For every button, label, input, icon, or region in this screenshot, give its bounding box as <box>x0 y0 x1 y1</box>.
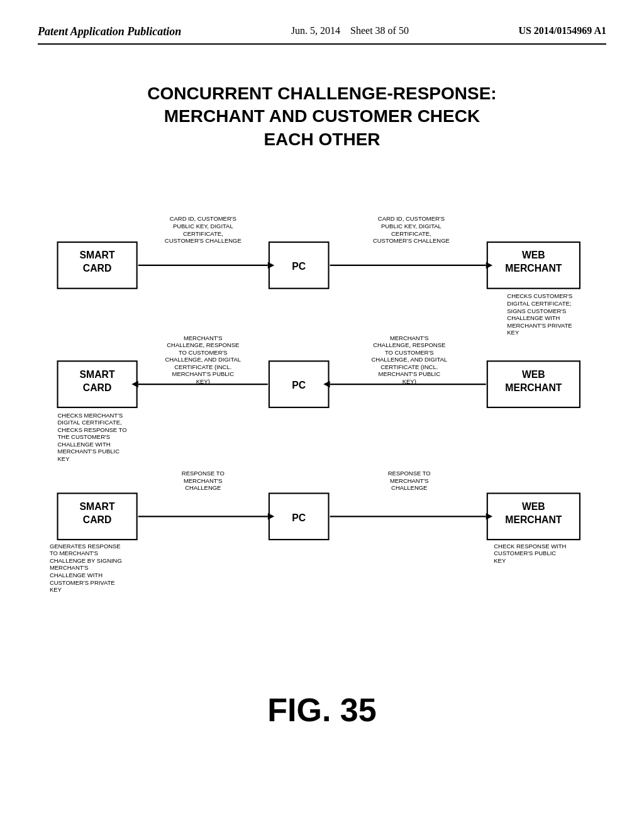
title-section: CONCURRENT CHALLENGE-RESPONSE: MERCHANT … <box>38 82 606 151</box>
smart-card-label-1b: CARD <box>83 263 112 274</box>
header: Patent Application Publication Jun. 5, 2… <box>38 25 606 45</box>
smart-note-3-2: TO MERCHANT'S <box>50 550 98 557</box>
note-row1-right-1: CARD ID, CUSTOMER'S <box>378 216 445 223</box>
web-label-1: WEB <box>522 250 545 261</box>
note-row2-right-6: MERCHANT'S PUBLIC <box>379 371 441 378</box>
web-note-2-5: MERCHANT'S PRIVATE <box>507 322 572 329</box>
note-row3-right-2: MERCHANT'S <box>390 477 429 484</box>
note-row3-left-2: MERCHANT'S <box>184 477 223 484</box>
smart-note-2-3: CHECKS RESPONSE TO <box>58 426 127 433</box>
note-row2-left-5: CERTIFICATE (INCL. <box>174 363 231 370</box>
pc-label-3: PC <box>292 512 306 523</box>
diagram-container: SMART CARD PC WEB MERCHANT CARD ID, CUST… <box>38 176 606 672</box>
smart-card-label-3: SMART <box>80 501 115 512</box>
header-date-sheet: Jun. 5, 2014 Sheet 38 of 50 <box>291 25 409 36</box>
smart-card-label-2: SMART <box>80 369 115 380</box>
note-row2-left-1: MERCHANT'S <box>184 335 223 341</box>
smart-note-2-2: DIGITAL CERTIFICATE, <box>58 419 122 426</box>
smart-note-3-6: CUSTOMER'S PRIVATE <box>50 579 115 586</box>
smart-note-3-7: KEY <box>50 586 62 593</box>
note-row2-left-6: MERCHANT'S PUBLIC <box>172 371 235 378</box>
smart-note-2-5: CHALLENGE WITH <box>58 441 111 448</box>
web-note-2-1: CHECKS CUSTOMER'S <box>507 293 572 300</box>
note-row1-right-3: CERTIFICATE, <box>391 230 431 237</box>
note-row1-left-3: CERTIFICATE, <box>183 230 223 237</box>
note-row1-left-2: PUBLIC KEY, DIGITAL <box>173 223 233 230</box>
note-row2-left-4: CHALLENGE, AND DIGITAL <box>165 357 241 363</box>
note-row2-right-7: KEY) <box>402 378 416 385</box>
note-row3-right-1: RESPONSE TO <box>388 470 431 477</box>
web-label-3: WEB <box>522 501 545 512</box>
note-row2-left-3: TO CUSTOMER'S <box>179 349 228 356</box>
note-row1-left-1: CARD ID, CUSTOMER'S <box>170 216 236 223</box>
smart-note-2-7: KEY <box>58 455 70 462</box>
web-note-3-1: CHECK RESPONSE WITH <box>494 543 566 550</box>
smart-card-label-3b: CARD <box>83 514 112 525</box>
header-sheet: Sheet 38 of 50 <box>350 25 409 36</box>
web-note-3-3: KEY <box>494 557 506 564</box>
web-label-3b: MERCHANT <box>505 514 562 525</box>
figure-label: FIG. 35 <box>38 691 606 729</box>
note-row2-right-4: CHALLENGE, AND DIGITAL <box>371 357 447 363</box>
diagram-title: CONCURRENT CHALLENGE-RESPONSE: MERCHANT … <box>38 82 606 151</box>
web-label-2: WEB <box>522 369 545 380</box>
web-label-2b: MERCHANT <box>505 382 562 393</box>
smart-note-2-4: THE CUSTOMER'S <box>58 434 111 441</box>
smart-note-3-5: CHALLENGE WITH <box>50 572 103 578</box>
note-row2-right-3: TO CUSTOMER'S <box>385 349 434 356</box>
web-note-2-6: KEY <box>507 329 519 336</box>
page: Patent Application Publication Jun. 5, 2… <box>0 0 644 830</box>
smart-card-label-1: SMART <box>80 250 115 261</box>
note-row3-right-3: CHALLENGE <box>391 484 427 491</box>
smart-note-3-3: CHALLENGE BY SIGNING <box>50 557 122 564</box>
smart-note-2-1: CHECKS MERCHANT'S <box>58 412 123 419</box>
smart-note-2-6: MERCHANT'S PUBLIC <box>58 448 120 455</box>
header-title: Patent Application Publication <box>38 25 181 38</box>
note-row2-right-2: CHALLENGE, RESPONSE <box>373 341 445 348</box>
web-note-3-2: CUSTOMER'S PUBLIC <box>494 550 556 557</box>
note-row1-left-4: CUSTOMER'S CHALLENGE <box>165 237 242 244</box>
note-row3-left-3: CHALLENGE <box>185 484 221 491</box>
web-note-2-3: SIGNS CUSTOMER'S <box>507 307 566 314</box>
pc-label-2: PC <box>292 380 306 391</box>
diagram-svg: SMART CARD PC WEB MERCHANT CARD ID, CUST… <box>38 176 606 672</box>
pc-label-1: PC <box>292 261 306 272</box>
note-row1-right-2: PUBLIC KEY, DIGITAL <box>381 223 441 230</box>
web-note-2-4: CHALLENGE WITH <box>507 314 560 321</box>
note-row1-right-4: CUSTOMER'S CHALLENGE <box>373 237 450 244</box>
web-note-2-2: DIGITAL CERTIFICATE; <box>507 300 571 307</box>
note-row2-left-2: CHALLENGE, RESPONSE <box>167 341 239 348</box>
smart-note-3-4: MERCHANT'S <box>50 565 89 572</box>
note-row3-left-1: RESPONSE TO <box>182 470 225 477</box>
web-label-1b: MERCHANT <box>505 263 562 274</box>
header-date: Jun. 5, 2014 <box>291 25 340 36</box>
note-row2-left-7: KEY) <box>196 378 210 385</box>
smart-note-3-1: GENERATES RESPONSE <box>50 543 121 550</box>
note-row2-right-5: CERTIFICATE (INCL. <box>380 363 438 370</box>
header-patent: US 2014/0154969 A1 <box>518 25 606 36</box>
note-row2-right-1: MERCHANT'S <box>390 335 429 341</box>
smart-card-label-2b: CARD <box>83 382 112 393</box>
